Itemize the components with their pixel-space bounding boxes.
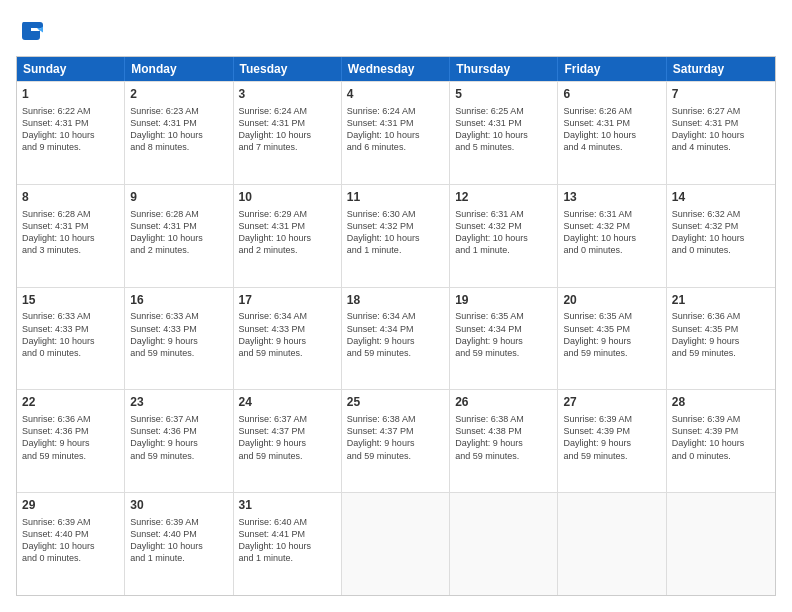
cell-sun-info: Sunrise: 6:36 AM Sunset: 4:35 PM Dayligh… <box>672 310 770 359</box>
day-number: 24 <box>239 394 336 411</box>
cell-sun-info: Sunrise: 6:36 AM Sunset: 4:36 PM Dayligh… <box>22 413 119 462</box>
calendar-cell: 21Sunrise: 6:36 AM Sunset: 4:35 PM Dayli… <box>667 288 775 390</box>
day-header-sunday: Sunday <box>17 57 125 81</box>
calendar-cell <box>450 493 558 595</box>
calendar-cell: 7Sunrise: 6:27 AM Sunset: 4:31 PM Daylig… <box>667 82 775 184</box>
calendar-cell: 10Sunrise: 6:29 AM Sunset: 4:31 PM Dayli… <box>234 185 342 287</box>
cell-sun-info: Sunrise: 6:26 AM Sunset: 4:31 PM Dayligh… <box>563 105 660 154</box>
day-number: 21 <box>672 292 770 309</box>
day-number: 27 <box>563 394 660 411</box>
cell-sun-info: Sunrise: 6:27 AM Sunset: 4:31 PM Dayligh… <box>672 105 770 154</box>
cell-sun-info: Sunrise: 6:39 AM Sunset: 4:39 PM Dayligh… <box>563 413 660 462</box>
calendar-cell: 14Sunrise: 6:32 AM Sunset: 4:32 PM Dayli… <box>667 185 775 287</box>
calendar-cell: 9Sunrise: 6:28 AM Sunset: 4:31 PM Daylig… <box>125 185 233 287</box>
header <box>16 16 776 46</box>
calendar-cell: 29Sunrise: 6:39 AM Sunset: 4:40 PM Dayli… <box>17 493 125 595</box>
calendar-cell: 23Sunrise: 6:37 AM Sunset: 4:36 PM Dayli… <box>125 390 233 492</box>
calendar-cell: 24Sunrise: 6:37 AM Sunset: 4:37 PM Dayli… <box>234 390 342 492</box>
cell-sun-info: Sunrise: 6:39 AM Sunset: 4:39 PM Dayligh… <box>672 413 770 462</box>
calendar-cell: 16Sunrise: 6:33 AM Sunset: 4:33 PM Dayli… <box>125 288 233 390</box>
cell-sun-info: Sunrise: 6:38 AM Sunset: 4:38 PM Dayligh… <box>455 413 552 462</box>
calendar-cell: 5Sunrise: 6:25 AM Sunset: 4:31 PM Daylig… <box>450 82 558 184</box>
calendar-cell: 1Sunrise: 6:22 AM Sunset: 4:31 PM Daylig… <box>17 82 125 184</box>
day-number: 8 <box>22 189 119 206</box>
day-number: 23 <box>130 394 227 411</box>
calendar-body: 1Sunrise: 6:22 AM Sunset: 4:31 PM Daylig… <box>17 81 775 595</box>
calendar-cell: 20Sunrise: 6:35 AM Sunset: 4:35 PM Dayli… <box>558 288 666 390</box>
day-number: 17 <box>239 292 336 309</box>
calendar-cell: 2Sunrise: 6:23 AM Sunset: 4:31 PM Daylig… <box>125 82 233 184</box>
cell-sun-info: Sunrise: 6:25 AM Sunset: 4:31 PM Dayligh… <box>455 105 552 154</box>
day-number: 18 <box>347 292 444 309</box>
calendar-cell: 31Sunrise: 6:40 AM Sunset: 4:41 PM Dayli… <box>234 493 342 595</box>
day-header-tuesday: Tuesday <box>234 57 342 81</box>
calendar-cell <box>558 493 666 595</box>
cell-sun-info: Sunrise: 6:35 AM Sunset: 4:34 PM Dayligh… <box>455 310 552 359</box>
day-number: 29 <box>22 497 119 514</box>
day-number: 19 <box>455 292 552 309</box>
calendar-cell: 13Sunrise: 6:31 AM Sunset: 4:32 PM Dayli… <box>558 185 666 287</box>
day-number: 22 <box>22 394 119 411</box>
cell-sun-info: Sunrise: 6:22 AM Sunset: 4:31 PM Dayligh… <box>22 105 119 154</box>
calendar-cell: 12Sunrise: 6:31 AM Sunset: 4:32 PM Dayli… <box>450 185 558 287</box>
calendar-cell <box>667 493 775 595</box>
calendar-row: 1Sunrise: 6:22 AM Sunset: 4:31 PM Daylig… <box>17 81 775 184</box>
calendar-cell: 4Sunrise: 6:24 AM Sunset: 4:31 PM Daylig… <box>342 82 450 184</box>
calendar-cell: 19Sunrise: 6:35 AM Sunset: 4:34 PM Dayli… <box>450 288 558 390</box>
day-number: 31 <box>239 497 336 514</box>
day-number: 30 <box>130 497 227 514</box>
calendar-row: 29Sunrise: 6:39 AM Sunset: 4:40 PM Dayli… <box>17 492 775 595</box>
day-number: 10 <box>239 189 336 206</box>
day-number: 5 <box>455 86 552 103</box>
day-header-thursday: Thursday <box>450 57 558 81</box>
day-number: 14 <box>672 189 770 206</box>
cell-sun-info: Sunrise: 6:35 AM Sunset: 4:35 PM Dayligh… <box>563 310 660 359</box>
logo <box>16 16 52 46</box>
calendar-cell: 28Sunrise: 6:39 AM Sunset: 4:39 PM Dayli… <box>667 390 775 492</box>
cell-sun-info: Sunrise: 6:34 AM Sunset: 4:33 PM Dayligh… <box>239 310 336 359</box>
day-number: 28 <box>672 394 770 411</box>
cell-sun-info: Sunrise: 6:24 AM Sunset: 4:31 PM Dayligh… <box>347 105 444 154</box>
cell-sun-info: Sunrise: 6:33 AM Sunset: 4:33 PM Dayligh… <box>22 310 119 359</box>
calendar-cell: 18Sunrise: 6:34 AM Sunset: 4:34 PM Dayli… <box>342 288 450 390</box>
day-header-saturday: Saturday <box>667 57 775 81</box>
day-number: 9 <box>130 189 227 206</box>
cell-sun-info: Sunrise: 6:23 AM Sunset: 4:31 PM Dayligh… <box>130 105 227 154</box>
cell-sun-info: Sunrise: 6:40 AM Sunset: 4:41 PM Dayligh… <box>239 516 336 565</box>
calendar-row: 22Sunrise: 6:36 AM Sunset: 4:36 PM Dayli… <box>17 389 775 492</box>
cell-sun-info: Sunrise: 6:33 AM Sunset: 4:33 PM Dayligh… <box>130 310 227 359</box>
cell-sun-info: Sunrise: 6:28 AM Sunset: 4:31 PM Dayligh… <box>22 208 119 257</box>
day-number: 4 <box>347 86 444 103</box>
day-number: 1 <box>22 86 119 103</box>
cell-sun-info: Sunrise: 6:34 AM Sunset: 4:34 PM Dayligh… <box>347 310 444 359</box>
day-number: 3 <box>239 86 336 103</box>
cell-sun-info: Sunrise: 6:39 AM Sunset: 4:40 PM Dayligh… <box>130 516 227 565</box>
calendar-cell: 27Sunrise: 6:39 AM Sunset: 4:39 PM Dayli… <box>558 390 666 492</box>
day-number: 2 <box>130 86 227 103</box>
calendar-cell <box>342 493 450 595</box>
calendar-cell: 25Sunrise: 6:38 AM Sunset: 4:37 PM Dayli… <box>342 390 450 492</box>
cell-sun-info: Sunrise: 6:29 AM Sunset: 4:31 PM Dayligh… <box>239 208 336 257</box>
cell-sun-info: Sunrise: 6:37 AM Sunset: 4:36 PM Dayligh… <box>130 413 227 462</box>
day-header-wednesday: Wednesday <box>342 57 450 81</box>
cell-sun-info: Sunrise: 6:39 AM Sunset: 4:40 PM Dayligh… <box>22 516 119 565</box>
day-header-monday: Monday <box>125 57 233 81</box>
cell-sun-info: Sunrise: 6:32 AM Sunset: 4:32 PM Dayligh… <box>672 208 770 257</box>
day-number: 25 <box>347 394 444 411</box>
calendar-cell: 8Sunrise: 6:28 AM Sunset: 4:31 PM Daylig… <box>17 185 125 287</box>
day-number: 7 <box>672 86 770 103</box>
page: SundayMondayTuesdayWednesdayThursdayFrid… <box>0 0 792 612</box>
calendar-cell: 11Sunrise: 6:30 AM Sunset: 4:32 PM Dayli… <box>342 185 450 287</box>
day-number: 6 <box>563 86 660 103</box>
day-header-friday: Friday <box>558 57 666 81</box>
day-number: 15 <box>22 292 119 309</box>
cell-sun-info: Sunrise: 6:24 AM Sunset: 4:31 PM Dayligh… <box>239 105 336 154</box>
day-number: 11 <box>347 189 444 206</box>
calendar-cell: 30Sunrise: 6:39 AM Sunset: 4:40 PM Dayli… <box>125 493 233 595</box>
calendar-cell: 3Sunrise: 6:24 AM Sunset: 4:31 PM Daylig… <box>234 82 342 184</box>
calendar-row: 15Sunrise: 6:33 AM Sunset: 4:33 PM Dayli… <box>17 287 775 390</box>
day-number: 13 <box>563 189 660 206</box>
calendar-cell: 22Sunrise: 6:36 AM Sunset: 4:36 PM Dayli… <box>17 390 125 492</box>
calendar-cell: 6Sunrise: 6:26 AM Sunset: 4:31 PM Daylig… <box>558 82 666 184</box>
cell-sun-info: Sunrise: 6:38 AM Sunset: 4:37 PM Dayligh… <box>347 413 444 462</box>
